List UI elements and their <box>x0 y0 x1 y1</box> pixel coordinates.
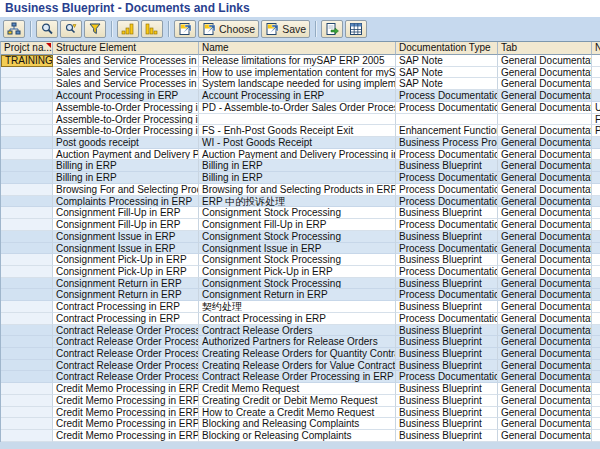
cell-doc-type[interactable]: Business Blueprint <box>396 254 498 266</box>
cell-tab[interactable]: General Documentation <box>498 301 592 313</box>
cell-name[interactable]: WI - Post Goods Receipt <box>199 137 396 149</box>
cell-name[interactable]: 契约处理 <box>199 301 396 313</box>
cell-structure[interactable]: Contract Processing in ERP <box>53 301 199 313</box>
cell-tab[interactable]: General Documentation <box>498 289 592 301</box>
table-row[interactable]: Billing in ERPBilling in ERPProcess Docu… <box>1 172 600 184</box>
cell-tab[interactable]: General Documentation <box>498 430 592 442</box>
cell-tab[interactable]: General Documentation <box>498 418 592 430</box>
cell-doc-type[interactable]: Business Blueprint <box>396 430 498 442</box>
cell-structure[interactable]: Browsing For and Selecting Products in E… <box>53 184 199 196</box>
table-row[interactable]: Contract Processing in ERP契约处理Business B… <box>1 301 600 313</box>
cell-doc-type[interactable]: Business Blueprint <box>396 301 498 313</box>
cell-tab[interactable]: General Documentation <box>498 254 592 266</box>
cell-last[interactable] <box>592 407 600 419</box>
cell-doc-type[interactable]: Business Blueprint <box>396 383 498 395</box>
cell-doc-type[interactable]: Enhancement Functional Sp <box>396 125 498 137</box>
table-row[interactable]: Credit Memo Processing in ERPBlocking an… <box>1 418 600 430</box>
table-row[interactable]: Contract Release Order Processing in ERP… <box>1 336 600 348</box>
hierarchy-button[interactable] <box>3 20 25 38</box>
cell-structure[interactable]: Account Processing in ERP <box>53 90 199 102</box>
table-row[interactable]: Complaints Processing in ERPERP 中的投诉处理Pr… <box>1 196 600 208</box>
cell-tab[interactable]: General Documentation <box>498 243 592 255</box>
cell-doc-type[interactable]: Process Documentation <box>396 102 498 114</box>
cell-tab[interactable] <box>498 114 592 126</box>
cell-project[interactable] <box>1 125 53 137</box>
cell-structure[interactable]: Credit Memo Processing in ERP <box>53 430 199 442</box>
cell-last[interactable] <box>592 360 600 372</box>
table-row[interactable]: Assemble-to-Order Processing in ERPFS - … <box>1 125 600 137</box>
cell-doc-type[interactable]: Process Documentation <box>396 266 498 278</box>
cell-name[interactable]: Consignment Fill-Up in ERP <box>199 219 396 231</box>
cell-last[interactable] <box>592 336 600 348</box>
cell-project[interactable] <box>1 371 53 383</box>
cell-last[interactable] <box>592 219 600 231</box>
cell-project[interactable] <box>1 430 53 442</box>
cell-project[interactable] <box>1 67 53 79</box>
cell-project[interactable] <box>1 196 53 208</box>
cell-project[interactable] <box>1 313 53 325</box>
cell-name[interactable]: PD - Assemble-to-Order Sales Order Proce… <box>199 102 396 114</box>
cell-structure[interactable]: Contract Release Order Processing in ERP <box>53 336 199 348</box>
cell-name[interactable]: Blocking or Releasing Complaints <box>199 430 396 442</box>
cell-tab[interactable]: General Documentation <box>498 266 592 278</box>
cell-name[interactable]: Creating Release Orders for Quantity Con… <box>199 348 396 360</box>
cell-structure[interactable]: Consignment Pick-Up in ERP <box>53 266 199 278</box>
cell-last[interactable] <box>592 90 600 102</box>
cell-structure[interactable]: Auction Payment and Delivery Processing … <box>53 149 199 161</box>
cell-structure[interactable]: Credit Memo Processing in ERP <box>53 418 199 430</box>
cell-doc-type[interactable]: Process Documentation <box>396 313 498 325</box>
cell-doc-type[interactable]: Process Documentation <box>396 196 498 208</box>
cell-tab[interactable]: General Documentation <box>498 407 592 419</box>
cell-project[interactable] <box>1 407 53 419</box>
cell-structure[interactable]: Credit Memo Processing in ERP <box>53 395 199 407</box>
cell-name[interactable]: Consignment Stock Processing <box>199 278 396 290</box>
cell-project[interactable] <box>1 207 53 219</box>
cell-structure[interactable]: Consignment Fill-Up in ERP <box>53 219 199 231</box>
cell-project[interactable] <box>1 114 53 126</box>
cell-last[interactable] <box>592 243 600 255</box>
cell-name[interactable]: Release limitations for mySAP ERP 2005 <box>199 55 396 67</box>
cell-last[interactable] <box>592 418 600 430</box>
cell-structure[interactable]: Credit Memo Processing in ERP <box>53 407 199 419</box>
cell-name[interactable]: Contract Release Order Processing in ERP <box>199 371 396 383</box>
cell-last[interactable]: Pl <box>592 125 600 137</box>
cell-structure[interactable]: Sales and Service Processes in ERP <box>53 78 199 90</box>
cell-last[interactable] <box>592 207 600 219</box>
spreadsheet-button[interactable] <box>345 20 367 38</box>
cell-name[interactable]: How to Create a Credit Memo Request <box>199 407 396 419</box>
table-row[interactable]: Consignment Pick-Up in ERPConsignment Pi… <box>1 266 600 278</box>
cell-project[interactable] <box>1 336 53 348</box>
cell-project[interactable] <box>1 137 53 149</box>
cell-last[interactable] <box>592 289 600 301</box>
cell-name[interactable]: ERP 中的投诉处理 <box>199 196 396 208</box>
cell-project[interactable] <box>1 254 53 266</box>
cell-project[interactable] <box>1 102 53 114</box>
save-button[interactable]: Save <box>261 20 310 38</box>
cell-structure[interactable]: Contract Release Order Processing in ERP <box>53 371 199 383</box>
cell-tab[interactable]: General Documentation <box>498 383 592 395</box>
cell-name[interactable]: Billing in ERP <box>199 160 396 172</box>
cell-tab[interactable]: General Documentation <box>498 137 592 149</box>
cell-structure[interactable]: Consignment Issue in ERP <box>53 243 199 255</box>
cell-structure[interactable]: Assemble-to-Order Processing in ERP <box>53 114 199 126</box>
cell-name[interactable]: Billing in ERP <box>199 172 396 184</box>
sort-ascending-button[interactable] <box>117 20 139 38</box>
cell-name[interactable]: Contract Processing in ERP <box>199 313 396 325</box>
cell-structure[interactable]: Consignment Return in ERP <box>53 289 199 301</box>
cell-last[interactable] <box>592 184 600 196</box>
cell-doc-type[interactable]: Process Documentation <box>396 371 498 383</box>
cell-last[interactable]: FS <box>592 114 600 126</box>
cell-project[interactable] <box>1 278 53 290</box>
table-row[interactable]: Consignment Return in ERPConsignment Ret… <box>1 289 600 301</box>
column-header-project[interactable]: Projct na... <box>1 42 53 55</box>
cell-last[interactable] <box>592 383 600 395</box>
cell-last[interactable] <box>592 149 600 161</box>
table-row[interactable]: Consignment Issue in ERPConsignment Stoc… <box>1 231 600 243</box>
cell-tab[interactable]: General Documentation <box>498 102 592 114</box>
table-row[interactable]: Browsing For and Selecting Products in E… <box>1 184 600 196</box>
table-row[interactable]: Contract Release Order Processing in ERP… <box>1 360 600 372</box>
cell-name[interactable]: System landscape needed for using implem… <box>199 78 396 90</box>
cell-name[interactable]: Creating Release Orders for Value Contra… <box>199 360 396 372</box>
cell-tab[interactable]: General Documentation <box>498 207 592 219</box>
cell-structure[interactable]: Billing in ERP <box>53 172 199 184</box>
